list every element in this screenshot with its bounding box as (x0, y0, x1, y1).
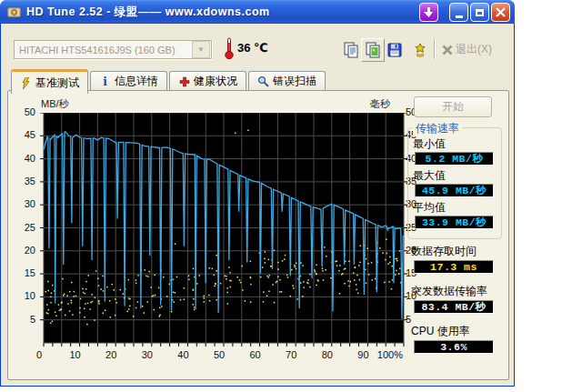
app-icon (6, 5, 22, 19)
magnifier-icon (257, 75, 269, 87)
window-title: HD Tune 2.52 - 绿盟—— www.xdowns.com (26, 5, 270, 20)
x-tick: 50 (206, 349, 232, 360)
y-left-tick: 35 (15, 176, 35, 186)
cpu-usage-label: CPU 使用率 (411, 324, 470, 339)
y-left-tick: 45 (15, 129, 35, 140)
cpu-usage-lcd: 3.6% (414, 340, 494, 354)
copy-image-button[interactable] (361, 38, 385, 62)
desktop: HD Tune 2.52 - 绿盟—— www.xdowns.com HITAC… (0, 0, 582, 392)
drive-selector[interactable]: HITACHI HTS541616J9S (160 GB) ▼ (14, 40, 212, 59)
x-tick: 60 (243, 349, 268, 360)
y-left-tick: 25 (15, 222, 35, 233)
max-value-lcd: 45.9 MB/秒 (415, 184, 494, 197)
benchmark-chart: MB/秒 毫秒 50504545404035353030252520201515… (8, 91, 405, 379)
y-left-tick: 20 (15, 245, 35, 256)
access-time-lcd: 17.3 ms (414, 260, 494, 274)
tab-benchmark[interactable]: 基准测试 (11, 69, 88, 94)
minimize-icon (456, 15, 463, 18)
y-left-tick: 15 (15, 267, 35, 278)
maximize-button[interactable] (470, 3, 489, 22)
y-left-tick: 50 (15, 106, 35, 117)
x-tick: 70 (278, 349, 304, 360)
burst-rate-lcd: 83.4 MB/秒 (414, 300, 494, 314)
toolbar-separator (434, 39, 435, 59)
y-left-tick: 5 (15, 314, 35, 325)
access-time-label: 数据存取时间 (411, 244, 477, 259)
titlebar[interactable]: HD Tune 2.52 - 绿盟—— www.xdowns.com (0, 0, 515, 24)
avg-label: 平均值 (413, 200, 446, 216)
tab-health[interactable]: 健康状况 (169, 71, 246, 91)
transfer-rate-group: 传输速率 最小值 5.2 MB/秒 最大值 45.9 MB/秒 平均值 33.9… (407, 127, 502, 239)
y-left-axis-label: MB/秒 (41, 97, 69, 111)
exit-label: 退出(X) (456, 42, 492, 57)
x-tick: 20 (98, 349, 124, 360)
x-tick: 0 (26, 349, 52, 360)
tab-benchmark-label: 基准测试 (35, 75, 79, 91)
plot-area (39, 113, 408, 348)
x-tick: 30 (135, 349, 160, 360)
min-label: 最小值 (413, 136, 446, 152)
hdtune-window: HD Tune 2.52 - 绿盟—— www.xdowns.com HITAC… (0, 0, 515, 387)
tab-info-label: 信息详情 (115, 74, 158, 89)
options-button[interactable] (408, 38, 432, 62)
start-button[interactable]: 开始 (414, 96, 492, 117)
tab-error-scan-label: 错误扫描 (273, 74, 316, 89)
exit-button[interactable]: 退出(X) (442, 39, 492, 60)
tab-error-scan[interactable]: 错误扫描 (248, 71, 326, 91)
tab-info[interactable]: i 信息详情 (90, 71, 167, 91)
close-icon (496, 7, 506, 17)
save-image-button[interactable] (383, 38, 406, 62)
lightning-icon (20, 77, 32, 89)
chevron-down-icon[interactable]: ▼ (192, 41, 210, 58)
maximize-icon (476, 9, 484, 16)
y-left-tick: 10 (15, 290, 35, 301)
info-icon: i (99, 75, 111, 87)
minimize-button[interactable] (449, 3, 468, 22)
window-body: HITACHI HTS541616J9S (160 GB) ▼ 36 ℃ (3, 24, 512, 384)
results-panel: 开始 传输速率 最小值 5.2 MB/秒 最大值 45.9 MB/秒 平均值 3… (405, 91, 507, 379)
avg-value-lcd: 33.9 MB/秒 (415, 216, 494, 229)
copy-text-icon (343, 42, 359, 58)
copy-image-icon (365, 42, 381, 58)
options-icon (412, 42, 428, 58)
tab-health-label: 健康状况 (194, 74, 237, 89)
download-button[interactable] (419, 3, 438, 22)
red-cross-icon (178, 75, 190, 87)
y-left-tick: 30 (15, 198, 35, 209)
transfer-rate-group-title: 传输速率 (413, 121, 462, 136)
drive-selector-value: HITACHI HTS541616J9S (160 GB) (15, 45, 192, 55)
y-right-axis-label: 毫秒 (370, 97, 390, 111)
max-label: 最大值 (413, 168, 446, 184)
x-tick: 40 (170, 349, 196, 360)
y-left-tick: 40 (15, 153, 35, 164)
x-tick: 10 (63, 349, 88, 360)
download-arrow-icon (424, 7, 434, 17)
thermometer-icon (225, 36, 234, 60)
exit-x-icon (442, 45, 453, 55)
close-button[interactable] (491, 3, 510, 22)
x-tick: 100% (366, 349, 403, 360)
copy-text-button[interactable] (339, 38, 363, 62)
benchmark-panel: MB/秒 毫秒 50504545404035353030252520201515… (7, 90, 509, 380)
x-tick: 80 (315, 349, 340, 360)
tab-bar: 基准测试 i 信息详情 健康状况 错误扫描 (11, 69, 326, 90)
burst-rate-label: 突发数据传输率 (411, 284, 487, 299)
save-icon (386, 42, 403, 58)
min-value-lcd: 5.2 MB/秒 (415, 152, 494, 166)
temperature-value: 36 ℃ (237, 41, 268, 55)
